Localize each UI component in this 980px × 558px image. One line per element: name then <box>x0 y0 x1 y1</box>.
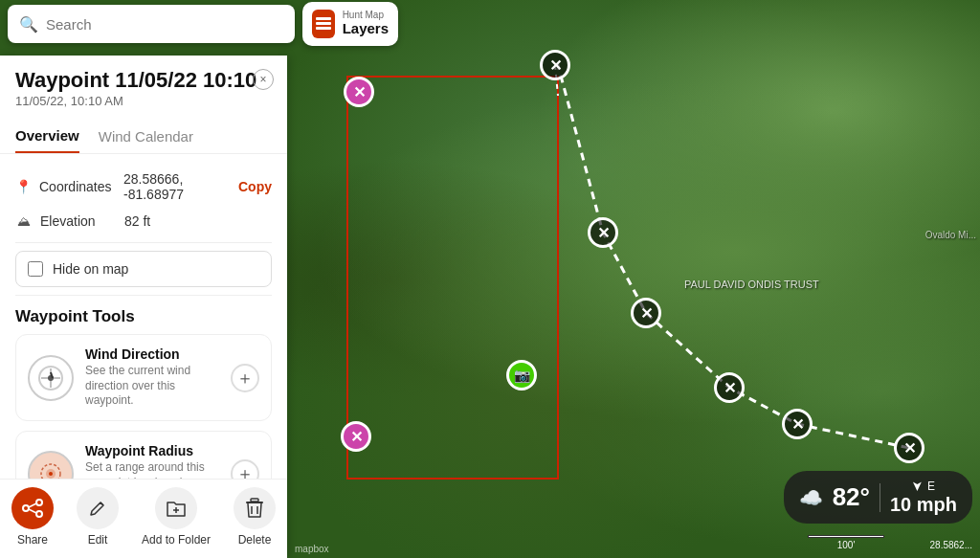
edit-icon-wrap <box>77 487 119 529</box>
delete-icon-wrap <box>234 487 276 529</box>
waypoint-marker-left-top[interactable]: ✕ <box>344 77 374 107</box>
scale-bar: 100' <box>808 535 884 550</box>
delete-button[interactable]: Delete <box>234 487 276 547</box>
hide-on-map-row[interactable]: Hide on map <box>15 251 272 287</box>
svg-point-13 <box>36 500 42 505</box>
bottom-action-bar: Share Edit Add to Folder <box>0 479 287 558</box>
coordinates-icon: 📍 <box>15 179 32 194</box>
wind-direction-title: Wind Direction <box>85 346 219 362</box>
coordinates-value: 28.58666, -81.68977 <box>123 171 227 202</box>
tabs-bar: Overview Wind Calendar <box>0 120 287 154</box>
panel-subtitle: 11/05/22, 10:10 AM <box>15 94 272 108</box>
svg-line-17 <box>29 509 36 513</box>
weather-divider <box>880 483 880 512</box>
wind-arrow-icon: ➤ <box>910 480 925 492</box>
wind-direction-icon <box>28 355 74 401</box>
weather-cloud-icon: ☁️ <box>799 486 823 509</box>
left-panel: Waypoint 11/05/22 10:10 11/05/22, 10:10 … <box>0 56 287 558</box>
elevation-value: 82 ft <box>124 213 150 229</box>
elevation-icon: ⛰ <box>15 213 33 229</box>
waypoint-marker-top[interactable]: ✕ <box>540 50 570 80</box>
tab-overview[interactable]: Overview <box>15 120 79 153</box>
coordinates-display: 28.5862... <box>930 540 972 550</box>
waypoint-marker-left-bottom[interactable]: ✕ <box>341 421 371 452</box>
add-to-folder-label: Add to Folder <box>142 533 211 547</box>
layers-button[interactable]: Hunt Map Layers <box>302 2 398 46</box>
layers-icon <box>312 10 335 38</box>
waypoint-radius-text: Waypoint Radius Set a range around this … <box>85 443 219 479</box>
coordinates-label: Coordinates <box>39 179 116 194</box>
delete-label: Delete <box>238 533 272 547</box>
svg-rect-3 <box>316 22 331 25</box>
elevation-row: ⛰ Elevation 82 ft <box>15 208 272 234</box>
edit-label: Edit <box>88 533 108 547</box>
waypoint-radius-add-button[interactable]: ＋ <box>231 459 259 479</box>
weather-wind: ➤ E 10 mph <box>890 479 957 516</box>
edge-label: Ovaldo Mi... <box>925 230 976 240</box>
waypoint-radius-title: Waypoint Radius <box>85 443 219 458</box>
share-icon-wrap <box>11 487 54 529</box>
waypoint-marker-2[interactable]: ✕ <box>631 298 661 328</box>
edit-button[interactable]: Edit <box>77 487 119 547</box>
svg-point-14 <box>23 505 29 511</box>
layers-subtitle: Hunt Map <box>343 11 384 20</box>
waypoint-marker-1[interactable]: ✕ <box>588 217 618 248</box>
divider-1 <box>15 242 272 243</box>
wind-direction-label: E <box>927 480 935 493</box>
weather-wind-speed: 10 mph <box>890 494 957 516</box>
waypoint-marker-camera[interactable]: 📷 <box>506 360 537 391</box>
svg-rect-2 <box>316 27 331 30</box>
share-label: Share <box>17 533 48 547</box>
svg-rect-21 <box>251 499 258 502</box>
share-button[interactable]: Share <box>11 487 54 547</box>
add-to-folder-icon-wrap <box>155 487 197 529</box>
add-to-folder-button[interactable]: Add to Folder <box>142 487 211 547</box>
mapbox-credit: mapbox <box>295 544 329 554</box>
scale-line <box>808 535 884 538</box>
divider-2 <box>15 295 272 296</box>
svg-point-12 <box>49 472 53 476</box>
layers-title: Layers <box>343 20 389 37</box>
svg-point-15 <box>36 511 42 517</box>
weather-temperature: 82° <box>833 482 870 512</box>
panel-close-button[interactable]: × <box>253 69 274 90</box>
waypoint-radius-desc: Set a range around this waypoint by choo… <box>85 460 219 479</box>
svg-line-16 <box>29 503 36 507</box>
waypoint-tools-title: Waypoint Tools <box>15 307 272 326</box>
weather-widget: ☁️ 82° ➤ E 10 mph <box>784 471 972 524</box>
search-bar[interactable]: 🔍 <box>8 5 295 43</box>
svg-rect-4 <box>316 17 331 20</box>
coordinates-row: 📍 Coordinates 28.58666, -81.68977 Copy <box>15 166 272 208</box>
hide-on-map-checkbox[interactable] <box>28 261 43 277</box>
waypoint-marker-4[interactable]: ✕ <box>782 409 813 439</box>
land-label: PAUL DAVID ONDIS TRUST <box>684 278 819 291</box>
copy-coordinates-button[interactable]: Copy <box>238 179 272 194</box>
scale-label: 100' <box>837 540 856 550</box>
panel-content: 📍 Coordinates 28.58666, -81.68977 Copy ⛰… <box>0 154 287 479</box>
wind-direction-tool[interactable]: Wind Direction See the current wind dire… <box>15 334 272 421</box>
wind-direction-desc: See the current wind direction over this… <box>85 364 219 409</box>
waypoint-radius-tool[interactable]: Waypoint Radius Set a range around this … <box>15 431 272 479</box>
elevation-label: Elevation <box>40 213 117 229</box>
search-icon: 🔍 <box>19 15 38 33</box>
waypoint-radius-icon <box>28 451 74 479</box>
panel-title: Waypoint 11/05/22 10:10 <box>15 69 272 92</box>
tab-wind-calendar[interactable]: Wind Calendar <box>99 120 193 153</box>
hide-on-map-label: Hide on map <box>53 261 128 277</box>
search-input[interactable] <box>46 16 283 33</box>
wind-direction-add-button[interactable]: ＋ <box>231 364 259 392</box>
panel-header: Waypoint 11/05/22 10:10 11/05/22, 10:10 … <box>0 56 287 116</box>
wind-direction-text: Wind Direction See the current wind dire… <box>85 346 219 409</box>
waypoint-marker-3[interactable]: ✕ <box>714 372 745 403</box>
waypoint-marker-5[interactable]: ✕ <box>894 433 924 463</box>
top-bar: 🔍 Hunt Map Layers <box>0 0 980 48</box>
